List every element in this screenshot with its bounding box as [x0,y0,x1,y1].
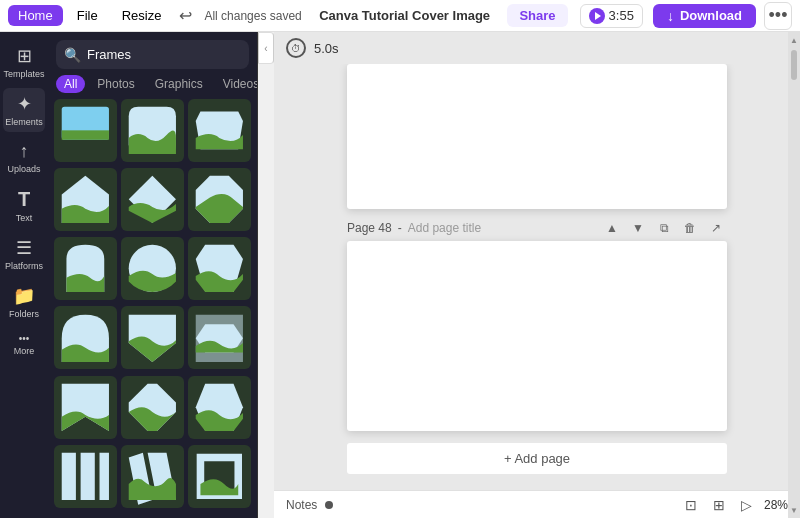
filter-tab-photos[interactable]: Photos [89,75,142,93]
page-48-number: Page 48 [347,221,392,235]
present-icon[interactable]: ▷ [737,495,756,515]
frame-thumb-8[interactable] [121,237,184,300]
notes-dot-icon [325,501,333,509]
folders-icon: 📁 [13,285,35,307]
timer-bar: ⏱ 5.0s [274,32,800,64]
frame-thumb-3[interactable] [188,99,251,162]
page-48-container: Page 48 - Add page title ▲ ▼ ⧉ 🗑 ↗ [347,217,727,431]
filter-tab-graphics[interactable]: Graphics [147,75,211,93]
frame-thumb-6[interactable] [188,168,251,231]
sidebar-item-platforms[interactable]: ☰ Platforms [3,232,45,276]
add-page-button[interactable]: + Add page [347,443,727,474]
panel-collapse-button[interactable]: ‹ [258,32,274,64]
timer-display[interactable]: 3:55 [580,4,643,28]
canvas-page-47[interactable] [347,64,727,209]
frame-thumb-11[interactable] [121,306,184,369]
scroll-down-button[interactable]: ▼ [788,502,800,518]
frame-thumb-12[interactable] [188,306,251,369]
sidebar-item-elements[interactable]: ✦ Elements [3,88,45,132]
page-chevron-up-icon[interactable]: ▲ [601,217,623,239]
frame-thumb-16[interactable] [54,445,117,508]
document-title: Canva Tutorial Cover Image [319,8,490,23]
sidebar-item-text[interactable]: T Text [3,183,45,228]
sidebar-item-templates[interactable]: ⊞ Templates [3,40,45,84]
filter-tab-videos[interactable]: Videos [215,75,257,93]
scroll-up-button[interactable]: ▲ [788,32,800,48]
canvas-page-48[interactable] [347,241,727,431]
timer-value: 3:55 [609,8,634,23]
filter-tabs: All Photos Graphics Videos A... [48,75,257,99]
search-input[interactable] [87,47,255,62]
search-panel: 🔍 ✕ ⚙ All Photos Graphics Videos A... [48,32,258,518]
page-47-container [347,64,727,209]
text-icon: T [18,188,30,211]
frame-thumb-18[interactable] [188,445,251,508]
frame-thumb-9[interactable] [188,237,251,300]
frame-thumb-4[interactable] [54,168,117,231]
frame-thumb-14[interactable] [121,376,184,439]
timer-display-value: 5.0s [314,41,339,56]
page-48-label-bar: Page 48 - Add page title ▲ ▼ ⧉ 🗑 ↗ [347,217,727,239]
timer-icon: ⏱ [286,38,306,58]
page-48-title-placeholder[interactable]: Add page title [408,221,481,235]
more-options-button[interactable]: ••• [764,2,792,30]
templates-icon: ⊞ [17,45,32,67]
saved-status: All changes saved [204,9,301,23]
frame-thumb-2[interactable] [121,99,184,162]
frame-thumb-15[interactable] [188,376,251,439]
uploads-icon: ↑ [20,141,29,162]
topbar: Home File Resize ↩ All changes saved Can… [0,0,800,32]
sidebar-item-folders[interactable]: 📁 Folders [3,280,45,324]
undo-icon[interactable]: ↩ [175,4,196,27]
frames-grid [48,99,257,510]
frame-thumb-17[interactable] [121,445,184,508]
search-icon: 🔍 [64,47,81,63]
dash-separator: - [398,221,402,235]
grid-view-icon[interactable]: ⊞ [709,495,729,515]
home-button[interactable]: Home [8,5,63,26]
icon-sidebar: ⊞ Templates ✦ Elements ↑ Uploads T Text … [0,32,48,518]
panel-collapse [48,510,257,518]
file-button[interactable]: File [67,5,108,26]
svg-rect-2 [62,131,109,140]
page-delete-icon[interactable]: 🗑 [679,217,701,239]
zoom-level: 28% [764,498,788,512]
download-button[interactable]: Download [653,4,756,28]
platforms-icon: ☰ [16,237,32,259]
sidebar-item-uploads[interactable]: ↑ Uploads [3,136,45,179]
resize-button[interactable]: Resize [112,5,172,26]
frame-thumb-1[interactable] [54,99,117,162]
search-bar: 🔍 ✕ ⚙ [56,40,249,69]
filter-tab-all[interactable]: All [56,75,85,93]
notes-label[interactable]: Notes [286,498,317,512]
canvas-scroll-area[interactable]: Page 48 - Add page title ▲ ▼ ⧉ 🗑 ↗ + Add… [274,64,800,490]
page-chevron-down-icon[interactable]: ▼ [627,217,649,239]
zoom-fit-icon[interactable]: ⊡ [681,495,701,515]
more-icon: ••• [19,333,30,344]
page-actions: ▲ ▼ ⧉ 🗑 ↗ [601,217,727,239]
frame-thumb-13[interactable] [54,376,117,439]
canvas-scrollbar[interactable]: ▲ ▼ [788,32,800,518]
page-expand-icon[interactable]: ↗ [705,217,727,239]
canvas-area: ▲ ▼ ⏱ 5.0s Page 48 - Add page title ▲ [274,32,800,518]
bottombar: Notes ⊡ ⊞ ▷ 28% [274,490,800,518]
frame-thumb-7[interactable] [54,237,117,300]
elements-icon: ✦ [17,93,32,115]
scroll-thumb[interactable] [791,50,797,80]
frame-thumb-5[interactable] [121,168,184,231]
sidebar-item-more[interactable]: ••• More [3,328,45,361]
frame-thumb-10[interactable] [54,306,117,369]
page-copy-icon[interactable]: ⧉ [653,217,675,239]
main-layout: ⊞ Templates ✦ Elements ↑ Uploads T Text … [0,32,800,518]
play-icon [589,8,605,24]
share-button[interactable]: Share [507,4,567,27]
